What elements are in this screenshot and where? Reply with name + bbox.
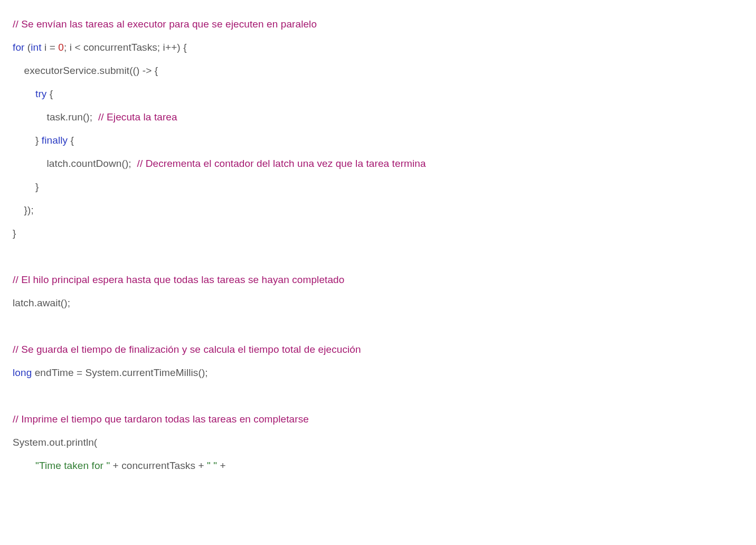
code-text: endTime = System.currentTimeMillis(); (32, 367, 207, 378)
code-text: }); (13, 204, 34, 215)
code-text: { (46, 88, 53, 99)
code-text: ( (24, 42, 31, 53)
code-text: task.run(); (13, 111, 98, 123)
code-text: } (13, 181, 39, 192)
keyword-try: try (35, 88, 46, 99)
comment-inline: // Decrementa el contador del latch una … (137, 158, 426, 169)
code-text: + concurrentTasks + (110, 460, 207, 471)
code-text: } (13, 228, 16, 239)
number-literal: 0 (58, 42, 64, 53)
code-text (13, 88, 35, 99)
code-text: { (68, 135, 74, 146)
string-literal: " " (207, 460, 217, 471)
code-text: i = (42, 42, 59, 53)
comment-line: // Se envían las tareas al executor para… (13, 18, 317, 30)
code-text: } (13, 135, 42, 146)
comment-line: // Imprime el tiempo que tardaron todas … (13, 414, 309, 425)
code-text: ; i < concurrentTasks; i++) { (64, 42, 187, 53)
code-text: executorService.submit(() -> { (13, 65, 158, 76)
code-text (13, 460, 35, 471)
comment-line: // Se guarda el tiempo de finalización y… (13, 344, 361, 355)
keyword-for: for (13, 42, 24, 53)
string-literal: "Time taken for " (35, 460, 110, 471)
keyword-finally: finally (42, 135, 68, 146)
keyword-int: int (31, 42, 41, 53)
code-block: // Se envían las tareas al executor para… (0, 0, 756, 477)
comment-inline: // Ejecuta la tarea (98, 111, 177, 123)
code-text: System.out.println( (13, 437, 97, 448)
code-text: latch.countDown(); (13, 158, 137, 169)
code-text: latch.await(); (13, 297, 70, 308)
keyword-long: long (13, 367, 32, 378)
code-text: + (217, 460, 226, 471)
comment-line: // El hilo principal espera hasta que to… (13, 274, 344, 285)
